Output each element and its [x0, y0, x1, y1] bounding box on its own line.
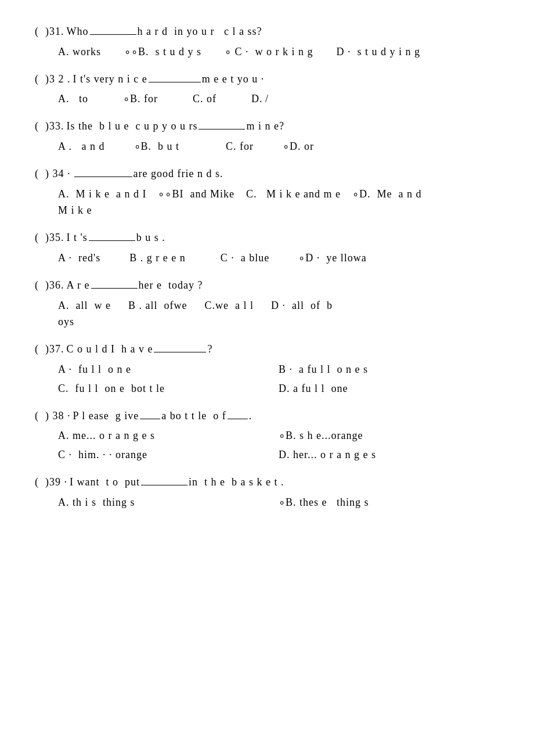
question-36: ( )36. A r eher e today ? A. all w e B .… [35, 277, 499, 330]
qnum-37: )37. [45, 341, 64, 358]
question-39: ( )39 · I want t o putin t h e b a s k e… [35, 474, 499, 511]
paren-37: ( [35, 341, 43, 358]
opt-33-a: A . a n d [58, 138, 105, 155]
options-38: A. me... o r a n g e s ∘B. s h e...orang… [58, 427, 499, 463]
qtext-35: I t 'sb u s . [67, 229, 500, 246]
opt-35-b: B . g r e e n [129, 250, 185, 267]
opt-39-b: ∘B. thes e thing s [279, 494, 499, 511]
options-37: A · fu l l o n e B · a fu l l o n e s C.… [58, 361, 499, 397]
question-38: ( ) 38 · P l ease g ivea bo t t le o f. … [35, 408, 499, 463]
opt-35-a: A · red's [58, 250, 100, 267]
qtext-38: P l ease g ivea bo t t le o f. [73, 408, 500, 424]
opt-32-b: ∘B. for [123, 91, 158, 107]
paren-35: ( [35, 229, 43, 246]
options-39: A. th i s thing s ∘B. thes e thing s [58, 494, 499, 511]
opt-31-c: ∘ C · w o r k i n g [225, 44, 313, 60]
opt-38-a: A. me... o r a n g e s [58, 427, 279, 444]
opt-35-d: ∘D · ye llowa [298, 250, 366, 267]
options-32: A. to ∘B. for C. of D. / [58, 91, 499, 107]
opt-34-a: A. M i k e a n d I [58, 186, 146, 203]
opt-36-c: C.we a l l [204, 297, 254, 314]
opt-37-d: D. a fu l l one [279, 380, 499, 397]
question-31: ( )31. Whoh a r d in yo u r c l a ss? A.… [35, 23, 499, 60]
question-32: ( )3 2 . I t's very n i c em e e t yo u … [35, 71, 499, 108]
options-34: A. M i k e a n d I ∘∘BI and Mike C. M i … [58, 186, 499, 203]
opt-35-c: C · a blue [221, 250, 270, 267]
paren-39: ( [35, 474, 43, 491]
paren-34: ( [35, 165, 43, 182]
opt-36-b: B . all ofwe [128, 297, 187, 314]
qnum-38: ) 38 · [45, 408, 71, 424]
opt-34-overflow: M i k e [58, 202, 499, 219]
qtext-34: are good frie n d s. [73, 165, 500, 182]
opt-34-c: C. M i k e and m e [246, 186, 341, 203]
qnum-34: ) 34 · [45, 165, 71, 182]
paren-36: ( [35, 277, 43, 294]
opt-37-a: A · fu l l o n e [58, 361, 279, 378]
qtext-39: I want t o putin t h e b a s k e t . [70, 474, 499, 491]
opt-31-a: A. works [58, 44, 101, 60]
options-35: A · red's B . g r e e n C · a blue ∘D · … [58, 250, 499, 267]
opt-34-d: ∘D. Me a n d [352, 186, 421, 203]
options-31: A. works ∘∘B. s t u d y s ∘ C · w o r k … [58, 44, 499, 60]
opt-32-d: D. / [251, 91, 269, 107]
opt-39-a: A. th i s thing s [58, 494, 279, 511]
options-36: A. all w e B . all ofwe C.we a l l D · a… [58, 297, 499, 314]
opt-36-overflow: oys [58, 314, 499, 330]
opt-36-d: D · all of b [271, 297, 333, 314]
question-35: ( )35. I t 'sb u s . A · red's B . g r e… [35, 229, 499, 267]
paren-31: ( [35, 23, 43, 40]
qnum-33: )33. [45, 118, 64, 135]
question-37: ( )37. C o u l d I h a v e? A · fu l l o… [35, 341, 499, 397]
opt-38-d: D. her... o r a n g e s [279, 447, 499, 463]
opt-33-b: ∘B. b u t [134, 138, 180, 155]
paren-32: ( [35, 71, 43, 88]
qnum-36: )36. [45, 277, 64, 294]
opt-31-d: D · s t u d y i n g [337, 44, 421, 60]
qnum-31: )31. [45, 23, 64, 40]
opt-34-b: ∘∘BI and Mike [158, 186, 234, 203]
opt-33-d: ∘D. or [283, 138, 314, 155]
opt-37-b: B · a fu l l o n e s [279, 361, 499, 378]
opt-37-c: C. fu l l on e bot t le [58, 380, 279, 397]
opt-32-c: C. of [193, 91, 217, 107]
question-34: ( ) 34 · are good frie n d s. A. M i k e… [35, 165, 499, 219]
opt-38-c: C · him. · · orange [58, 447, 279, 463]
opt-36-a: A. all w e [58, 297, 111, 314]
options-33: A . a n d ∘B. b u t C. for ∘D. or [58, 138, 499, 155]
qtext-32: I t's very n i c em e e t yo u · [73, 71, 500, 88]
qnum-39: )39 · [45, 474, 67, 491]
qnum-35: )35. [45, 229, 64, 246]
paren-33: ( [35, 118, 43, 135]
opt-38-b: ∘B. s h e...orange [279, 427, 499, 444]
qtext-31: Whoh a r d in yo u r c l a ss? [67, 23, 500, 40]
qtext-37: C o u l d I h a v e? [67, 341, 500, 358]
paren-38: ( [35, 408, 43, 424]
question-33: ( )33. Is the b l u e c u p y o u rsm i … [35, 118, 499, 155]
qtext-36: A r eher e today ? [67, 277, 500, 294]
opt-32-a: A. to [58, 91, 88, 107]
opt-33-c: C. for [226, 138, 254, 155]
opt-31-b: ∘∘B. s t u d y s [124, 44, 201, 60]
worksheet: ( )31. Whoh a r d in yo u r c l a ss? A.… [35, 23, 499, 511]
qnum-32: )3 2 . [45, 71, 71, 88]
qtext-33: Is the b l u e c u p y o u rsm i n e? [67, 118, 500, 135]
